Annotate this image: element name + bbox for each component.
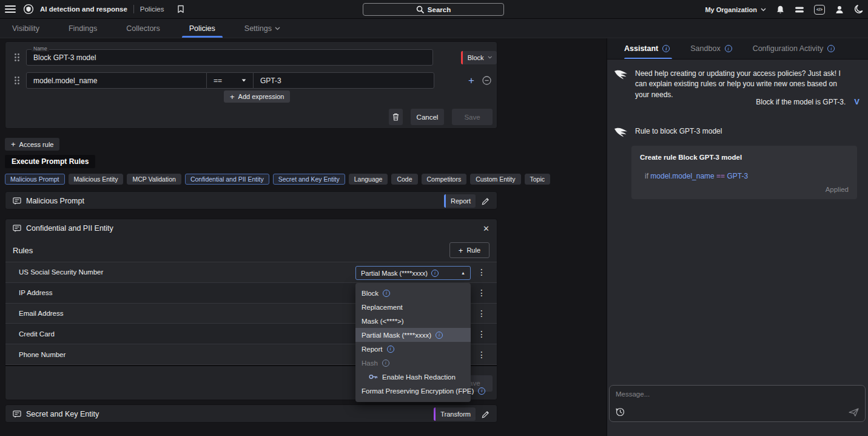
info-icon[interactable] <box>662 45 670 52</box>
dropdown-option-hash: Hash <box>355 356 471 370</box>
divider <box>133 5 134 13</box>
rule-action-badge-block[interactable]: Block <box>461 51 497 64</box>
tab-configuration-activity[interactable]: Configuration Activity <box>753 38 835 59</box>
chip-secret-key[interactable]: Secret and Key Entity <box>273 174 345 185</box>
dropdown-option-report[interactable]: Report <box>355 342 471 356</box>
cancel-button[interactable]: Cancel <box>411 109 444 125</box>
search-icon <box>416 5 424 13</box>
transform-action-badge[interactable]: Transform <box>434 407 476 421</box>
expression-value-input[interactable] <box>253 72 434 89</box>
chip-language[interactable]: Language <box>349 174 388 185</box>
remove-condition-icon[interactable] <box>482 76 491 85</box>
rule-card-expression: if model.model_name == GPT-3 <box>645 172 849 180</box>
chat-bubble-icon <box>13 410 21 418</box>
add-condition-plus-icon[interactable]: + <box>468 75 474 87</box>
hamburger-menu-icon[interactable] <box>5 5 16 13</box>
prompt-rule-category-chips: Malicious Prompt Malicious Entity MCP Va… <box>5 174 550 185</box>
secret-key-entity-card: Secret and Key Entity Transform <box>5 404 497 423</box>
dropdown-option-mask[interactable]: Mask (<****>) <box>355 314 471 328</box>
tab-sandbox[interactable]: Sandbox <box>690 38 732 59</box>
dropdown-option-enable-hash-redaction[interactable]: Enable Hash Redaction <box>355 370 471 384</box>
history-clock-icon[interactable] <box>616 407 625 417</box>
row-kebab-menu-icon[interactable]: ⋮ <box>475 287 488 298</box>
edit-pencil-icon[interactable] <box>482 197 490 205</box>
dark-mode-moon-icon[interactable] <box>854 4 864 15</box>
send-icon[interactable] <box>849 408 859 417</box>
chevron-down-icon <box>488 56 492 59</box>
drag-handle-icon[interactable] <box>14 76 20 85</box>
card-title: Secret and Key Entity <box>26 410 99 418</box>
chip-malicious-entity[interactable]: Malicious Entity <box>69 174 124 185</box>
chip-topic[interactable]: Topic <box>525 174 551 185</box>
organization-selector[interactable]: My Organization <box>705 6 766 13</box>
add-rule-button[interactable]: + Rule <box>449 242 490 258</box>
add-expression-button[interactable]: + Add expression <box>224 90 290 103</box>
chevron-down-icon <box>275 27 280 30</box>
info-icon[interactable] <box>431 270 439 277</box>
policies-main-content: Name Block == + + <box>5 41 497 436</box>
chip-mcp-validation[interactable]: MCP Validation <box>127 174 181 185</box>
save-rule-button[interactable]: Save <box>452 109 493 125</box>
nav-tab-visibility[interactable]: Visibility <box>12 19 39 38</box>
info-icon[interactable] <box>383 290 390 297</box>
add-access-rule-button[interactable]: + Access rule <box>5 138 59 151</box>
report-action-badge[interactable]: Report <box>444 194 476 208</box>
global-search[interactable]: Search <box>363 3 504 16</box>
chevron-up-icon: ▲ <box>461 271 465 275</box>
organization-label: My Organization <box>705 6 757 13</box>
chip-custom-entity[interactable]: Custom Entity <box>470 174 520 185</box>
expression-operator-select[interactable]: == <box>207 72 253 89</box>
nav-tab-policies[interactable]: Policies <box>189 19 215 38</box>
breadcrumb[interactable]: Policies <box>140 5 164 13</box>
trash-icon <box>392 113 399 121</box>
chip-competitors[interactable]: Competitors <box>422 174 467 185</box>
info-icon[interactable] <box>827 45 835 52</box>
chevron-down-icon <box>241 79 246 82</box>
rule-name-input[interactable] <box>26 49 433 66</box>
chat-bubble-icon <box>13 197 21 205</box>
dropdown-option-fpe[interactable]: Format Preserving Encryption (FPE) <box>355 384 471 398</box>
chevron-down-icon <box>761 8 766 12</box>
row-kebab-menu-icon[interactable]: ⋮ <box>475 329 488 339</box>
rules-heading: Rules <box>13 246 33 255</box>
message-input[interactable] <box>616 390 859 404</box>
plus-icon: + <box>11 140 16 149</box>
info-icon[interactable] <box>725 45 732 52</box>
dropdown-option-partial-mask[interactable]: Partial Mask (****xxxx) <box>355 328 471 342</box>
chip-malicious-prompt[interactable]: Malicious Prompt <box>5 174 65 185</box>
row-action-select-trigger[interactable]: Partial Mask (****xxxx) ▲ <box>355 266 471 280</box>
dropdown-option-block[interactable]: Block <box>355 286 471 300</box>
row-kebab-menu-icon[interactable]: ⋮ <box>475 267 488 278</box>
tab-assistant[interactable]: Assistant <box>624 38 670 59</box>
info-icon[interactable] <box>478 387 485 395</box>
info-icon[interactable] <box>382 359 389 367</box>
search-label: Search <box>428 6 451 13</box>
user-profile-icon[interactable] <box>835 5 844 15</box>
app-window: AI detection and response Policies Searc… <box>0 0 868 436</box>
chip-code[interactable]: Code <box>391 174 417 185</box>
list-icon[interactable] <box>795 5 804 14</box>
close-icon[interactable]: ✕ <box>483 224 490 233</box>
expression-field-input[interactable] <box>26 72 207 89</box>
notifications-bell-icon[interactable] <box>776 5 785 15</box>
nav-tab-collectors[interactable]: Collectors <box>126 19 160 38</box>
chip-confidential-pii[interactable]: Confidential and PII Entity <box>185 174 269 185</box>
info-icon[interactable] <box>436 332 443 339</box>
dropdown-option-replacement[interactable]: Replacement <box>355 300 471 314</box>
delete-rule-button[interactable] <box>389 109 403 125</box>
drag-handle-icon[interactable] <box>14 53 20 62</box>
execute-prompt-rules-title: Execute Prompt Rules <box>5 155 95 168</box>
code-console-icon[interactable]: </> <box>814 5 825 15</box>
nav-tab-settings[interactable]: Settings <box>244 19 280 38</box>
bookmark-icon[interactable] <box>177 5 184 13</box>
info-icon[interactable] <box>387 346 394 353</box>
access-rule-editor: Name Block == + + <box>5 41 497 129</box>
assistant-rule-card: Create rule Block GPT-3 model if model.m… <box>631 146 857 199</box>
nav-tab-findings[interactable]: Findings <box>69 19 97 38</box>
top-bar: AI detection and response Policies Searc… <box>0 0 868 19</box>
chat-bubble-icon <box>13 225 21 233</box>
assistant-message-welcome: Need help creating or updating your acce… <box>614 69 849 100</box>
row-kebab-menu-icon[interactable]: ⋮ <box>475 349 488 360</box>
edit-pencil-icon[interactable] <box>482 410 490 418</box>
row-kebab-menu-icon[interactable]: ⋮ <box>475 308 488 319</box>
